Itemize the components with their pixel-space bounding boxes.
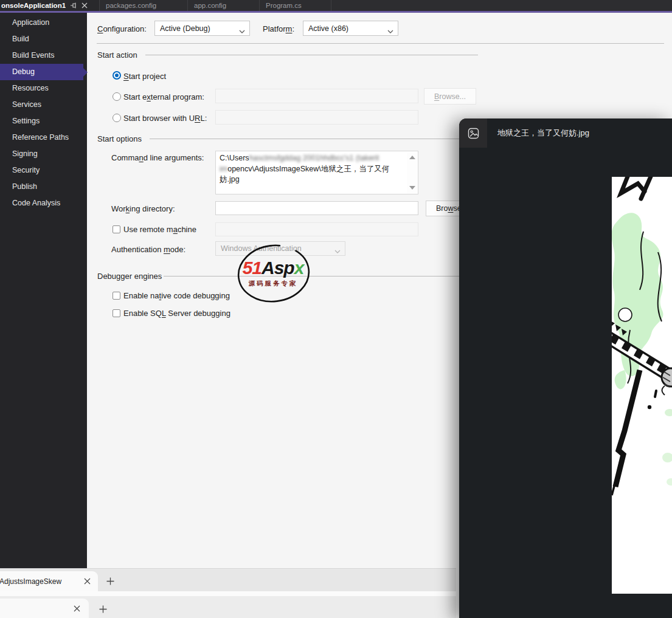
- explorer-toolbar-strip: [0, 591, 456, 596]
- sidebar-item-build[interactable]: Build: [0, 31, 87, 47]
- debugger-engines-title: Debugger engines: [97, 272, 162, 281]
- explorer-tab-adjustsimageskew[interactable]: AdjustsImageSkew: [0, 571, 98, 591]
- explorer-tab-label: AdjustsImageSkew: [0, 577, 82, 586]
- photo-viewer-window: 地狱之王，当了又何妨.jpg: [459, 118, 672, 618]
- enable-native-code-debugging-label: Enable native code debugging: [123, 291, 230, 300]
- authentication-mode-label: Authentication mode:: [111, 245, 185, 254]
- configuration-select[interactable]: Active (Debug): [154, 21, 250, 36]
- divider: [97, 43, 664, 44]
- image-icon: [468, 128, 479, 139]
- tab-label: packages.config: [106, 2, 156, 9]
- close-tab-icon[interactable]: [81, 2, 88, 9]
- enable-sql-server-debugging-checkbox[interactable]: [113, 309, 120, 317]
- chevron-down-icon: [387, 27, 393, 35]
- start-options-title: Start options: [97, 134, 142, 143]
- active-tab-label: onsoleApplication1: [1, 2, 66, 9]
- photo-viewer-title: 地狱之王，当了又何妨.jpg: [497, 128, 589, 139]
- enable-native-code-debugging-checkbox[interactable]: [113, 292, 120, 300]
- authentication-mode-select[interactable]: Windows Authentication: [215, 241, 345, 256]
- project-properties-sidebar: Application Build Build Events Debug Res…: [0, 13, 87, 568]
- configuration-label: Configuration:: [97, 24, 147, 33]
- start-browser-url-label: Start browser with URL:: [123, 114, 207, 123]
- tab-consoleapplication1[interactable]: onsoleApplication1: [0, 0, 100, 11]
- sidebar-item-security[interactable]: Security: [0, 162, 87, 179]
- tab-label: Program.cs: [266, 2, 302, 9]
- authentication-mode-value: Windows Authentication: [221, 244, 302, 253]
- start-action-title: Start action: [97, 50, 137, 60]
- sidebar-item-reference-paths[interactable]: Reference Paths: [0, 129, 87, 146]
- tab-packages-config[interactable]: packages.config: [100, 0, 188, 11]
- external-program-input[interactable]: [215, 89, 418, 103]
- group-line: [164, 276, 478, 276]
- tab-program-cs[interactable]: Program.cs: [260, 0, 331, 11]
- sidebar-item-build-events[interactable]: Build Events: [0, 47, 87, 64]
- sidebar-item-services[interactable]: Services: [0, 97, 87, 113]
- scroll-down-icon[interactable]: [409, 186, 415, 190]
- command-line-arguments-label: Command line arguments:: [111, 153, 204, 162]
- pin-icon[interactable]: [70, 2, 77, 9]
- start-project-radio[interactable]: [113, 71, 121, 80]
- chevron-down-icon: [239, 27, 245, 35]
- photo-viewer-titlebar[interactable]: 地狱之王，当了又何妨.jpg: [459, 118, 672, 148]
- group-line: [150, 139, 478, 139]
- manga-artwork: [612, 177, 672, 594]
- browser-url-input[interactable]: [215, 110, 418, 125]
- chevron-down-icon: [334, 247, 341, 255]
- platform-label: Platform:: [263, 24, 294, 33]
- start-project-label: Start project: [123, 72, 166, 81]
- command-line-arguments-input[interactable]: C:\Usershasctmsfgddag 2001hhdbcc's1 (tak…: [215, 151, 418, 194]
- textarea-scrollbar[interactable]: [407, 152, 417, 193]
- sidebar-item-code-analysis[interactable]: Code Analysis: [0, 195, 87, 211]
- new-tab-button[interactable]: [104, 575, 116, 587]
- sidebar-item-publish[interactable]: Publish: [0, 179, 87, 195]
- platform-value: Active (x86): [308, 24, 348, 33]
- sidebar-item-application[interactable]: Application: [0, 15, 87, 31]
- working-directory-input[interactable]: [215, 201, 418, 215]
- platform-select[interactable]: Active (x86): [303, 21, 398, 36]
- scroll-up-icon[interactable]: [409, 156, 415, 159]
- use-remote-machine-label: Use remote machine: [123, 225, 196, 234]
- new-tab-button[interactable]: [97, 603, 109, 615]
- document-tab-bar: onsoleApplication1 packages.config app.c…: [0, 0, 672, 13]
- sidebar-item-debug[interactable]: Debug: [0, 64, 83, 80]
- configuration-value: Active (Debug): [160, 24, 210, 33]
- explorer-tab-2[interactable]: [0, 599, 89, 618]
- tab-label: app.config: [194, 2, 226, 9]
- close-tab-icon[interactable]: [72, 603, 81, 613]
- start-browser-url-radio[interactable]: [113, 114, 121, 122]
- command-line-arguments-value: C:\Usershasctmsfgddag 2001hhdbcc's1 (tak…: [220, 153, 404, 185]
- remote-machine-input[interactable]: [215, 222, 418, 236]
- sidebar-item-signing[interactable]: Signing: [0, 146, 87, 162]
- start-external-program-label: Start external program:: [123, 92, 204, 101]
- close-tab-icon[interactable]: [82, 577, 92, 586]
- start-external-program-radio[interactable]: [113, 92, 121, 101]
- group-line: [145, 55, 478, 55]
- sidebar-item-settings[interactable]: Settings: [0, 113, 87, 129]
- screen: onsoleApplication1 packages.config app.c…: [0, 0, 672, 618]
- use-remote-machine-checkbox[interactable]: [113, 225, 120, 233]
- tab-app-config[interactable]: app.config: [188, 0, 260, 11]
- enable-sql-server-debugging-label: Enable SQL Server debugging: [123, 309, 230, 318]
- sidebar-item-resources[interactable]: Resources: [0, 80, 87, 97]
- browse-external-button[interactable]: Browse...: [424, 88, 476, 105]
- working-directory-label: Working directory:: [111, 204, 175, 213]
- photo-app-tile[interactable]: [459, 118, 487, 148]
- photo-image: [612, 177, 672, 594]
